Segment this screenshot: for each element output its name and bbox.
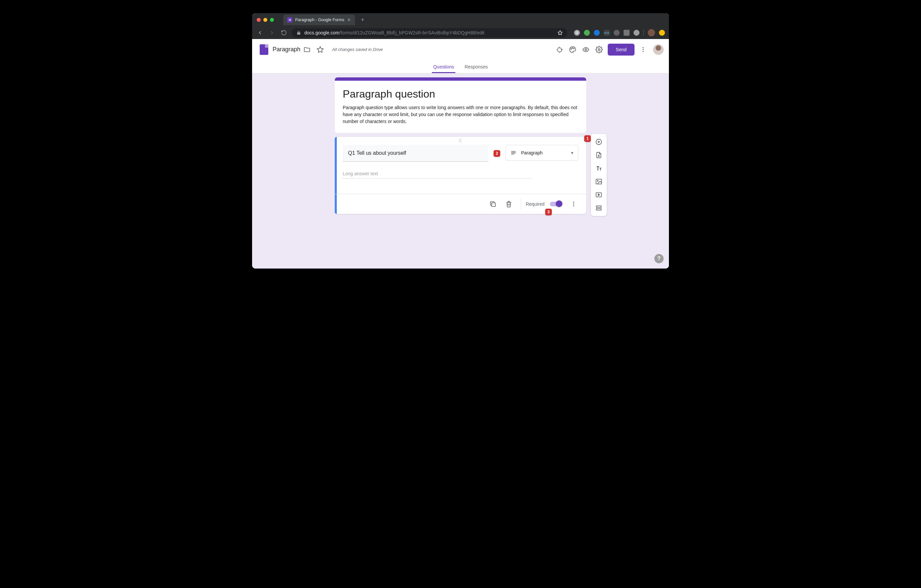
required-toggle[interactable] [550,202,562,206]
tab-title: Paragraph - Google Forms [295,18,344,22]
svg-rect-0 [289,19,289,19]
address-bar[interactable]: docs.google.com/forms/d/12uZGWoaB_BbEj_b… [292,28,567,37]
add-video-button[interactable] [593,189,605,201]
maximize-window-button[interactable] [270,18,274,22]
svg-point-11 [643,47,643,48]
star-button[interactable] [314,43,327,56]
add-title-button[interactable] [593,162,605,174]
svg-point-10 [599,49,600,50]
question-more-button[interactable] [566,197,581,211]
profile-avatar[interactable] [648,29,655,36]
svg-rect-14 [511,151,516,152]
caret-down-icon: ▾ [571,150,573,156]
svg-rect-2 [289,20,289,20]
svg-point-7 [572,47,573,48]
svg-rect-27 [596,209,601,210]
svg-point-24 [597,180,598,181]
svg-rect-18 [492,203,496,206]
tab-responses[interactable]: Responses [459,60,493,73]
customize-theme-button[interactable] [566,43,579,56]
add-section-button[interactable] [593,202,605,214]
question-title-input[interactable] [343,145,488,162]
svg-point-6 [571,48,572,49]
svg-rect-15 [511,152,516,153]
chrome-top: Paragraph - Google Forms ✕ + docs.google… [252,13,669,39]
form-tabs: Questions Responses [252,60,669,73]
help-button[interactable]: ? [654,254,664,263]
form-header-card[interactable]: Paragraph question Paragraph question ty… [335,77,586,133]
form-title[interactable]: Paragraph question [343,88,578,100]
annotation-badge-1: 1 [584,135,591,142]
drag-handle-icon[interactable]: ⠿ [335,137,586,145]
question-card[interactable]: ⠿ 2 Paragraph ▾ [335,137,586,214]
bookmark-star-icon[interactable] [557,30,563,36]
paragraph-type-icon [511,150,516,156]
tab-bar: Paragraph - Google Forms ✕ + [252,13,669,26]
annotation-badge-2: 2 [493,150,500,157]
svg-rect-26 [596,206,601,208]
svg-point-9 [585,49,587,50]
browser-window: Paragraph - Google Forms ✕ + docs.google… [252,13,669,268]
form-canvas: Paragraph question Paragraph question ty… [252,73,669,268]
more-button[interactable] [636,43,650,56]
browser-tab[interactable]: Paragraph - Google Forms ✕ [283,15,355,25]
svg-rect-3 [290,20,291,20]
minimize-window-button[interactable] [263,18,267,22]
account-avatar[interactable] [653,44,664,55]
required-label: Required [526,201,545,207]
favicon-forms-icon [287,17,293,23]
extension-icon[interactable] [594,30,600,36]
question-type-label: Paragraph [521,150,543,156]
save-status: All changes saved in Drive [332,47,383,52]
form-description[interactable]: Paragraph question type allows users to … [343,104,578,125]
extension-icon[interactable] [584,30,590,36]
question-footer: Required 3 [335,194,586,214]
svg-point-12 [643,49,643,50]
tab-questions[interactable]: Questions [428,60,459,73]
addons-button[interactable] [553,43,566,56]
svg-point-21 [573,205,574,206]
settings-button[interactable] [592,43,606,56]
back-button[interactable] [256,29,264,37]
svg-point-8 [574,48,574,49]
preview-button[interactable] [579,43,592,56]
svg-point-20 [573,203,574,205]
svg-rect-1 [290,19,291,19]
import-questions-button[interactable] [593,149,605,161]
extension-icon[interactable]: NEW [604,30,610,36]
toolbar-row: docs.google.com/forms/d/12uZGWoaB_BbEj_b… [252,26,669,39]
reload-button[interactable] [280,29,288,37]
new-tab-button[interactable]: + [358,16,368,23]
svg-point-19 [573,202,574,203]
url-text: docs.google.com/forms/d/12uZGWoaB_BbEj_b… [304,30,554,36]
duplicate-button[interactable] [486,197,500,211]
forms-app-icon[interactable] [257,43,271,56]
close-window-button[interactable] [257,18,261,22]
move-to-folder-button[interactable] [300,43,314,56]
profile-badge[interactable] [659,30,665,36]
form-container: Paragraph question Paragraph question ty… [335,77,586,214]
annotation-badge-3: 3 [545,209,552,215]
svg-rect-16 [511,153,516,154]
close-tab-icon[interactable]: ✕ [347,17,351,23]
extension-icon[interactable] [574,30,580,36]
extension-icon[interactable] [613,30,620,36]
extension-icon[interactable] [633,30,639,36]
add-image-button[interactable] [593,175,605,187]
delete-button[interactable] [501,197,516,211]
extension-icon[interactable] [623,30,630,36]
svg-rect-17 [511,154,514,155]
side-toolbar: 1 [591,134,607,216]
add-question-button[interactable] [593,136,605,148]
lock-icon [296,31,301,35]
divider [521,199,521,210]
divider [643,29,644,36]
forward-button[interactable] [268,29,276,37]
send-button[interactable]: Send [608,44,635,55]
svg-point-13 [643,51,643,52]
question-type-select[interactable]: Paragraph ▾ [506,145,578,161]
document-title[interactable]: Paragraph [273,46,300,53]
window-controls [257,18,274,22]
answer-preview: Long answer text [343,171,531,179]
app-header: Paragraph All changes saved in Drive Sen… [252,39,669,60]
